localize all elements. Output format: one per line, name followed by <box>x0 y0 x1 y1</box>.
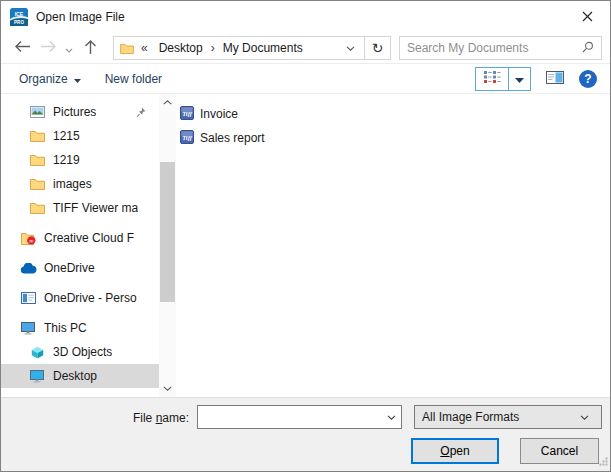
onedrive-personal-icon <box>19 292 37 304</box>
scroll-up-icon[interactable] <box>159 94 176 111</box>
file-item-invoice[interactable]: Tiff Invoice <box>176 102 610 126</box>
new-folder-button[interactable]: New folder <box>97 64 170 93</box>
sidebar-item-label: Pictures <box>53 105 96 119</box>
folder-icon <box>28 178 46 190</box>
back-button[interactable] <box>9 35 35 61</box>
breadcrumb-separator: › <box>209 41 217 55</box>
file-list: Tiff Invoice Tiff Sales report <box>176 94 610 397</box>
svg-text:Tiff: Tiff <box>182 134 193 141</box>
preview-pane-icon <box>546 71 564 87</box>
svg-text:∞: ∞ <box>28 236 33 243</box>
back-arrow-icon <box>14 40 31 56</box>
recent-locations-dropdown[interactable] <box>61 35 77 61</box>
dialog-footer: File name: All Image Formats Open Cancel <box>1 397 610 471</box>
sidebar-item-1219[interactable]: 1219 <box>1 148 159 172</box>
creative-cloud-folder-icon: ∞ <box>19 232 37 245</box>
search-input[interactable] <box>407 41 582 55</box>
onedrive-cloud-icon <box>19 263 37 274</box>
pictures-icon <box>28 106 46 118</box>
command-toolbar: Organize New folder <box>1 63 610 94</box>
svg-text:PRO: PRO <box>14 20 24 25</box>
help-button[interactable]: ? <box>579 70 597 88</box>
open-image-file-dialog: ICE PRO Open Image File <box>0 0 611 472</box>
computer-icon <box>19 322 37 335</box>
sidebar-item-label: OneDrive <box>44 261 95 275</box>
close-button[interactable] <box>565 1 610 33</box>
svg-text:Tiff: Tiff <box>182 110 193 117</box>
refresh-icon: ↻ <box>372 40 384 56</box>
sidebar-item-1215[interactable]: 1215 <box>1 124 159 148</box>
sidebar-item-label: This PC <box>44 321 87 335</box>
sidebar-item-label: 3D Objects <box>53 345 112 359</box>
help-icon: ? <box>584 72 591 86</box>
details-view-button[interactable] <box>476 68 509 90</box>
up-button[interactable] <box>77 35 103 61</box>
organize-button[interactable]: Organize <box>11 64 89 93</box>
view-mode-dropdown[interactable] <box>509 68 530 90</box>
file-name: Sales report <box>200 131 265 145</box>
svg-text:ICE: ICE <box>15 11 24 17</box>
file-name-input[interactable] <box>198 406 381 428</box>
sidebar-item-images[interactable]: images <box>1 172 159 196</box>
file-type-value: All Image Formats <box>422 410 519 424</box>
sidebar-item-this-pc[interactable]: This PC <box>1 316 159 340</box>
dropdown-triangle-icon <box>74 72 81 86</box>
navigation-bar: « Desktop › My Documents ↻ <box>1 33 610 63</box>
window-title: Open Image File <box>36 10 125 24</box>
sidebar-item-label: images <box>53 177 92 191</box>
file-type-select[interactable]: All Image Formats <box>414 405 602 429</box>
title-bar[interactable]: ICE PRO Open Image File <box>1 1 610 33</box>
sidebar-item-tiff-viewer[interactable]: TIFF Viewer ma <box>1 196 159 220</box>
folder-icon <box>120 43 134 54</box>
new-folder-label: New folder <box>105 72 162 86</box>
scroll-down-icon[interactable] <box>159 380 176 397</box>
search-icon <box>582 41 594 56</box>
sidebar-item-onedrive[interactable]: OneDrive <box>1 256 159 280</box>
forward-button[interactable] <box>35 35 61 61</box>
forward-arrow-icon <box>40 40 57 56</box>
monitor-icon <box>28 370 46 383</box>
sidebar-item-label: 1219 <box>53 153 80 167</box>
tiff-file-icon: Tiff <box>180 106 194 123</box>
up-arrow-icon <box>84 39 97 58</box>
organize-label: Organize <box>19 72 68 86</box>
file-item-sales-report[interactable]: Tiff Sales report <box>176 126 610 150</box>
chevron-down-icon[interactable] <box>381 415 401 420</box>
sidebar-item-label: TIFF Viewer ma <box>53 201 138 215</box>
sidebar-item-label: 1215 <box>53 129 80 143</box>
sidebar-item-pictures[interactable]: Pictures <box>1 100 159 124</box>
folder-icon <box>28 130 46 142</box>
scrollbar-thumb[interactable] <box>160 162 175 302</box>
sidebar-item-onedrive-personal[interactable]: OneDrive - Perso <box>1 286 159 310</box>
search-box <box>399 36 602 60</box>
sidebar-scrollbar[interactable] <box>159 94 176 397</box>
tiff-file-icon: Tiff <box>180 130 194 147</box>
chevron-down-icon <box>574 415 594 420</box>
sidebar-item-label: OneDrive - Perso <box>44 291 137 305</box>
view-mode-button-group <box>475 67 531 91</box>
address-dropdown-icon[interactable] <box>341 46 360 51</box>
refresh-button[interactable]: ↻ <box>365 36 391 60</box>
file-name-label: File name: <box>1 411 193 425</box>
sidebar-item-3d-objects[interactable]: 3D Objects <box>1 340 159 364</box>
close-icon <box>582 10 593 25</box>
sidebar-item-creative-cloud[interactable]: ∞ Creative Cloud F <box>1 226 159 250</box>
breadcrumb-root-chevron[interactable]: « <box>136 41 153 55</box>
sidebar-item-label: Creative Cloud F <box>44 231 134 245</box>
resize-grip[interactable] <box>599 455 608 469</box>
open-button[interactable]: Open <box>411 438 499 464</box>
chevron-down-icon <box>65 41 73 56</box>
details-view-icon <box>482 69 502 88</box>
cancel-button[interactable]: Cancel <box>520 438 599 464</box>
pin-icon[interactable] <box>136 107 146 117</box>
toolbar-right-group: ? <box>475 67 597 91</box>
file-name-combobox <box>197 405 402 429</box>
breadcrumb-item-my-documents[interactable]: My Documents <box>217 41 309 55</box>
folder-icon <box>28 202 46 214</box>
sidebar-item-desktop[interactable]: Desktop <box>1 364 159 388</box>
breadcrumb-item-desktop[interactable]: Desktop <box>153 41 209 55</box>
app-icon: ICE PRO <box>10 8 28 26</box>
navigation-pane: Pictures 1215 1219 <box>1 94 159 397</box>
preview-pane-button[interactable] <box>546 71 564 87</box>
dropdown-triangle-icon <box>515 71 524 86</box>
